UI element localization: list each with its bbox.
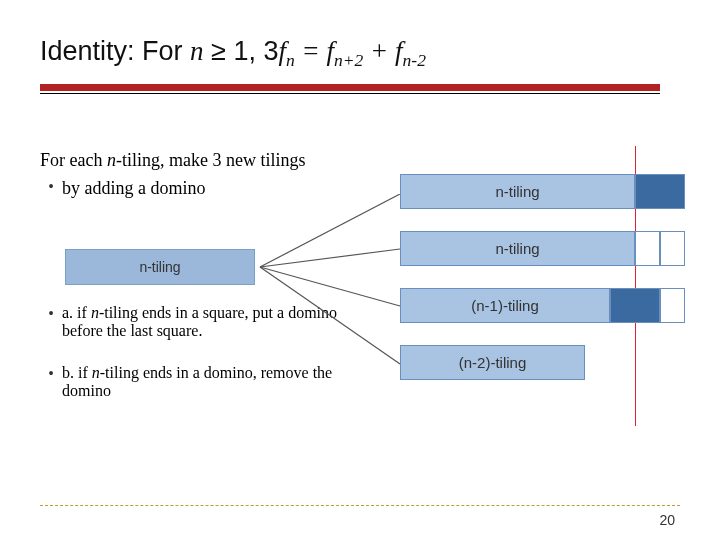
title-prefix: Identity: For [40, 36, 190, 66]
bullet-marker: • [40, 304, 62, 340]
tiling-bar-light [400, 231, 635, 266]
lead-a: For each [40, 150, 107, 170]
title-n: n [190, 36, 204, 66]
tiling-square-white [660, 288, 685, 323]
source-tiling-label: n-tiling [66, 250, 254, 284]
title-r2-f: f [395, 36, 403, 66]
title-rel: ≥ 1, 3 [204, 36, 279, 66]
lead-text: For each n-tiling, make 3 new tilings [40, 149, 370, 172]
page-number: 20 [659, 512, 675, 528]
bullet-marker: • [40, 177, 62, 200]
result-row-2: n-tiling [400, 231, 685, 266]
case-a-n: n [91, 304, 99, 321]
result-row-4: (n-2)-tiling [400, 345, 685, 380]
title-lhs-f: f [278, 36, 286, 66]
title-r2-sub: n-2 [403, 50, 426, 70]
title-lhs-sub: n [286, 50, 295, 70]
result-tilings: n-tiling n-tiling (n-1)-tiling [400, 174, 685, 402]
case-a-pre: a. if [62, 304, 91, 321]
svg-line-3 [260, 267, 400, 364]
bullet-marker: • [40, 364, 62, 400]
case-b-n: n [92, 364, 100, 381]
tiling-bar-light [400, 174, 635, 209]
svg-line-1 [260, 249, 400, 267]
tiling-bar-dark [610, 288, 660, 323]
result-row-1: n-tiling [400, 174, 685, 209]
tiling-square-white [635, 231, 660, 266]
slide-title: Identity: For n ≥ 1, 3fn = fn+2 + fn-2 [40, 35, 680, 78]
title-eq: = [295, 36, 327, 66]
connector-arrows [250, 194, 410, 414]
title-underline [40, 84, 660, 94]
case-b-pre: b. if [62, 364, 92, 381]
result-row-3: (n-1)-tiling [400, 288, 685, 323]
title-plus: + [363, 36, 395, 66]
lead-b: -tiling, make 3 new tilings [116, 150, 305, 170]
title-r1-sub: n+2 [334, 50, 363, 70]
tiling-bar-light [400, 345, 585, 380]
lead-n: n [107, 150, 116, 170]
title-r1-f: f [326, 36, 334, 66]
svg-line-2 [260, 267, 400, 306]
tiling-box: n-tiling [65, 249, 255, 285]
tiling-bar-light [400, 288, 610, 323]
footer-rule [40, 505, 680, 506]
tiling-bar-dark [635, 174, 685, 209]
source-tiling: n-tiling [65, 249, 255, 285]
svg-line-0 [260, 194, 400, 267]
tiling-square-white [660, 231, 685, 266]
